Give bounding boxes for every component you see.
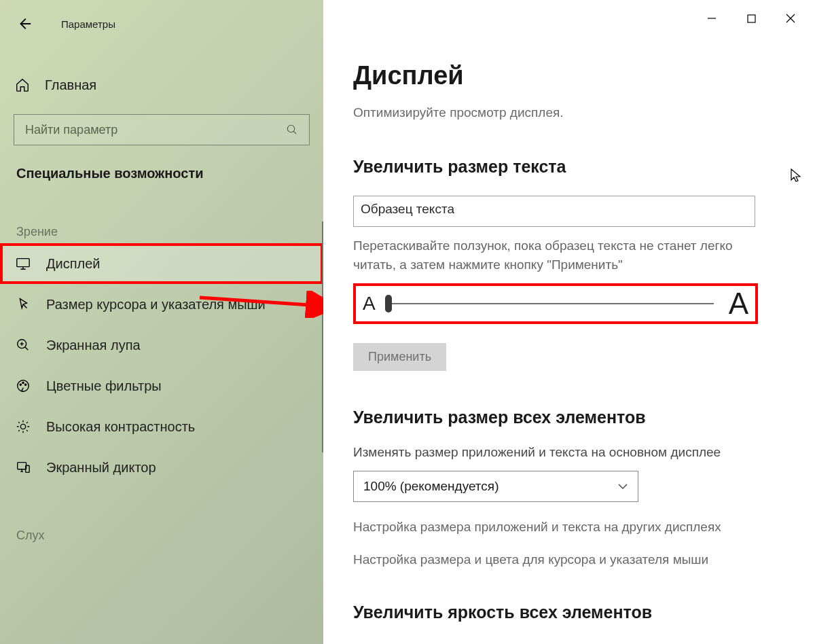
other-displays-link[interactable]: Настройка размера приложений и текста на… [353,520,795,535]
sidebar: Параметры Главная Специальные возможност… [0,0,323,644]
svg-rect-8 [18,463,26,469]
textsize-heading: Увеличить размер текста [353,157,795,177]
titlebar-left: Параметры [0,8,323,39]
group-hearing-label: Слух [0,488,323,547]
apply-button[interactable]: Применить [353,343,446,371]
arrow-left-icon [17,16,32,31]
sidebar-item-home[interactable]: Главная [0,71,323,99]
sidebar-item-label: Высокая контрастность [46,419,195,435]
sidebar-item-label: Размер курсора и указателя мыши [46,297,266,312]
sample-text-box: Образец текста [353,196,755,227]
sidebar-item-narrator[interactable]: Экранный диктор [0,447,323,488]
text-size-slider-wrap: A A [353,283,758,324]
maximize-button[interactable] [732,5,770,31]
sidebar-item-cursor[interactable]: Размер курсора и указателя мыши [0,284,323,325]
sidebar-item-label: Экранная лупа [46,338,141,353]
search-field[interactable] [14,114,310,145]
close-button[interactable] [772,5,810,31]
minimize-icon [707,14,717,23]
content: Дисплей Оптимизируйте просмотр дисплея. … [323,0,815,644]
svg-point-0 [287,125,295,132]
sidebar-item-magnifier[interactable]: Экранная лупа [0,325,323,365]
slider-max-label: A [729,287,748,321]
scale-dropdown[interactable]: 100% (рекомендуется) [353,471,638,502]
svg-rect-11 [748,15,755,22]
search-input[interactable] [25,123,286,137]
sidebar-item-label: Экранный диктор [46,460,156,476]
app-title: Параметры [61,18,115,30]
palette-icon [16,378,31,393]
home-icon [15,77,30,92]
search-icon [286,124,298,136]
sidebar-item-display[interactable]: Дисплей [0,243,323,284]
monitor-icon [16,256,31,271]
minimize-button[interactable] [693,5,731,31]
svg-point-6 [25,384,26,385]
chevron-down-icon [617,481,628,492]
group-vision-label: Зрение [0,181,323,243]
sidebar-item-label: Цветные фильтры [46,378,162,394]
magnifier-icon [16,338,31,353]
narrator-icon [16,460,31,475]
svg-point-5 [22,382,24,383]
slider-thumb[interactable] [385,295,392,312]
sidebar-item-highcontrast[interactable]: Высокая контрастность [0,406,323,447]
scale-heading: Увеличить размер всех элементов [353,408,795,427]
pointer-icon [16,297,31,312]
back-button[interactable] [14,13,35,35]
brightness-heading: Увеличить яркость всех элементов [353,603,795,622]
svg-point-4 [20,384,21,385]
slider-description: Перетаскивайте ползунок, пока образец те… [353,236,761,274]
scale-description: Изменять размер приложений и текста на о… [353,445,795,460]
brightness-icon [16,419,31,434]
dropdown-value: 100% (рекомендуется) [363,479,499,494]
sidebar-item-colorfilters[interactable]: Цветные фильтры [0,365,323,406]
home-label: Главная [45,77,96,93]
svg-point-7 [20,424,25,429]
sidebar-item-label: Дисплей [46,256,101,272]
content-inner: Дисплей Оптимизируйте просмотр дисплея. … [323,8,815,622]
svg-rect-1 [17,259,29,267]
slider-min-label: A [363,293,376,315]
window-controls [693,5,810,31]
maximize-icon [747,14,756,23]
page-heading: Дисплей [353,61,795,90]
cursor-settings-link[interactable]: Настройка размера и цвета для курсора и … [353,552,795,567]
section-title: Специальные возможности [0,145,323,181]
text-size-slider[interactable] [385,303,714,304]
close-icon [786,14,795,23]
page-subtitle: Оптимизируйте просмотр дисплея. [353,105,795,120]
